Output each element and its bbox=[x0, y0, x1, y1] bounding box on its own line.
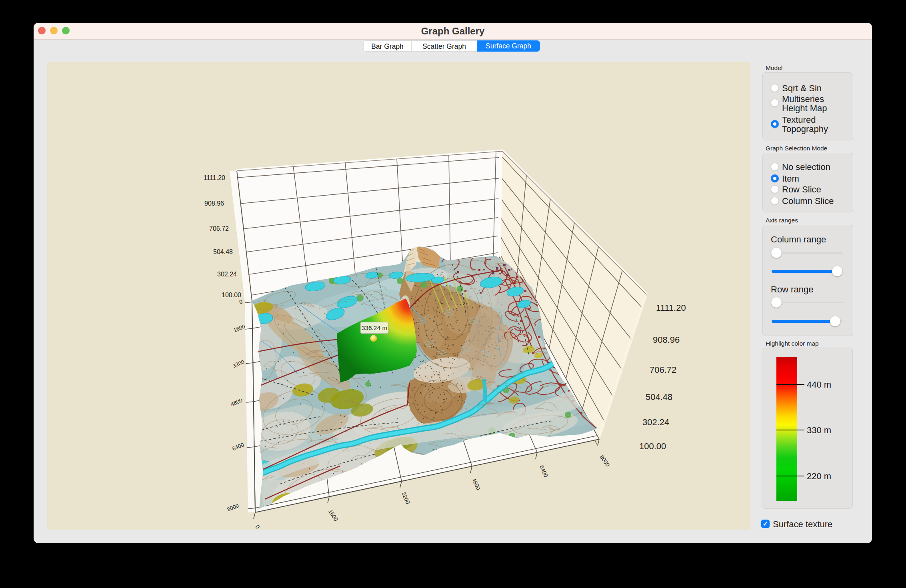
svg-text:504.48: 504.48 bbox=[213, 248, 233, 255]
svg-text:100.00: 100.00 bbox=[222, 292, 241, 298]
svg-text:908.96: 908.96 bbox=[653, 335, 680, 345]
svg-text:336.24 m: 336.24 m bbox=[362, 324, 388, 331]
svg-text:706.72: 706.72 bbox=[650, 365, 676, 375]
svg-text:908.96: 908.96 bbox=[204, 200, 224, 207]
svg-text:100.00: 100.00 bbox=[639, 441, 666, 451]
svg-text:1111.20: 1111.20 bbox=[656, 303, 686, 313]
svg-text:302.24: 302.24 bbox=[217, 271, 237, 278]
svg-text:1111.20: 1111.20 bbox=[204, 174, 225, 181]
svg-text:504.48: 504.48 bbox=[646, 392, 672, 402]
svg-text:302.24: 302.24 bbox=[642, 417, 669, 427]
svg-text:706.72: 706.72 bbox=[209, 225, 229, 232]
